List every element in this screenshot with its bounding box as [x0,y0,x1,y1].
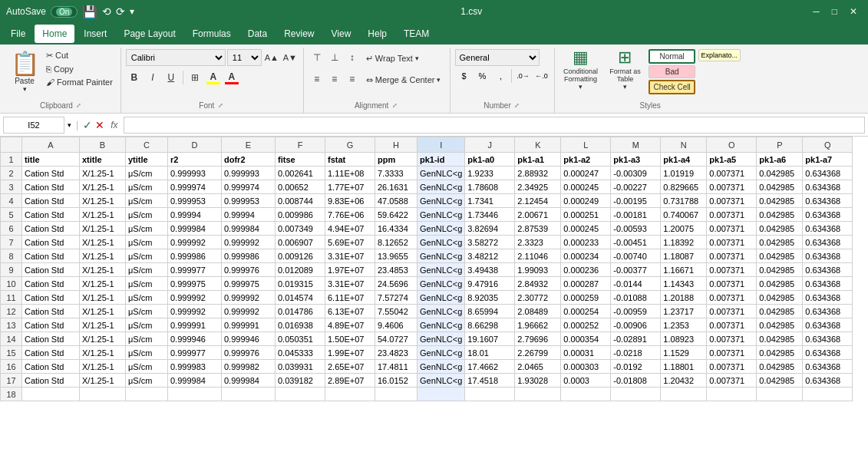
menu-view[interactable]: View [324,25,359,43]
cell-L-9[interactable]: 0.000236 [561,263,611,277]
cell-K-2[interactable]: 2.88932 [515,167,561,180]
cell-E-13[interactable]: 0.999991 [222,318,276,332]
cell-J-6[interactable]: 3.82694 [465,222,515,236]
cell-G-18[interactable] [325,388,375,401]
cell-H-7[interactable]: 8.12652 [375,236,417,249]
menu-formulas[interactable]: Formulas [185,25,239,43]
cell-Q-16[interactable]: 0.634368 [803,360,853,374]
cell-G-8[interactable]: 3.31E+07 [325,249,375,263]
cell-J-12[interactable]: 8.65994 [465,305,515,318]
italic-button[interactable]: I [144,69,161,86]
cell-Q-14[interactable]: 0.634368 [803,332,853,346]
cell-I-13[interactable]: GenNLC<g [417,318,465,332]
cell-O-13[interactable]: 0.007371 [707,318,757,332]
cell-M-6[interactable]: -0.00593 [611,222,661,236]
cell-I-8[interactable]: GenNLC<g [417,249,465,263]
cell-J-3[interactable]: 1.78608 [465,180,515,194]
cell-D-8[interactable]: 0.999986 [168,249,222,263]
cell-M-16[interactable]: -0.0192 [611,360,661,374]
cell-G-10[interactable]: 3.31E+07 [325,277,375,291]
cancel-icon[interactable]: ✕ [95,119,104,131]
cell-A-9[interactable]: Cation Std [22,263,80,277]
row-header-15[interactable]: 15 [1,346,22,360]
cell-P-1[interactable]: pk1-a6 [757,153,803,167]
cell-C-18[interactable] [126,388,168,401]
cell-G-11[interactable]: 6.11E+07 [325,291,375,305]
cell-K-17[interactable]: 1.93028 [515,374,561,388]
cell-J-2[interactable]: 1.9233 [465,167,515,180]
cell-K-8[interactable]: 2.11046 [515,249,561,263]
cell-I-7[interactable]: GenNLC<g [417,236,465,249]
cell-E-12[interactable]: 0.999992 [222,305,276,318]
cell-B-18[interactable] [80,388,126,401]
cell-P-7[interactable]: 0.042985 [757,236,803,249]
cell-M-1[interactable]: pk1-a3 [611,153,661,167]
cell-J-10[interactable]: 9.47916 [465,277,515,291]
cell-D-7[interactable]: 0.999992 [168,236,222,249]
cell-M-7[interactable]: -0.00451 [611,236,661,249]
cell-C-2[interactable]: μS/cm [126,167,168,180]
col-header-I[interactable]: I [417,137,465,153]
cell-N-12[interactable]: 1.23717 [661,305,707,318]
align-center-btn[interactable]: ≡ [326,71,343,87]
cell-J-1[interactable]: pk1-a0 [465,153,515,167]
cell-O-6[interactable]: 0.007371 [707,222,757,236]
cell-A-10[interactable]: Cation Std [22,277,80,291]
row-header-6[interactable]: 6 [1,222,22,236]
cell-A-1[interactable]: title [22,153,80,167]
cut-button[interactable]: ✂ Cut [43,49,116,62]
cell-C-8[interactable]: μS/cm [126,249,168,263]
cell-C-3[interactable]: μS/cm [126,180,168,194]
cell-B-14[interactable]: X/1.25-1 [80,332,126,346]
menu-insert[interactable]: Insert [76,25,114,43]
cell-N-4[interactable]: 0.731788 [661,194,707,208]
cell-P-18[interactable] [757,388,803,401]
dec-decrease-btn[interactable]: ←.0 [533,68,550,84]
customize-icon[interactable]: ▾ [130,6,134,17]
cell-A-6[interactable]: Cation Std [22,222,80,236]
font-expand-icon[interactable]: ⤢ [216,101,225,110]
cell-M-17[interactable]: -0.01808 [611,374,661,388]
cell-F-3[interactable]: 0.00652 [276,180,325,194]
row-header-5[interactable]: 5 [1,208,22,222]
cell-Q-6[interactable]: 0.634368 [803,222,853,236]
col-header-G[interactable]: G [325,137,375,153]
cell-Q-11[interactable]: 0.634368 [803,291,853,305]
cell-B-8[interactable]: X/1.25-1 [80,249,126,263]
cell-O-15[interactable]: 0.007371 [707,346,757,360]
cell-F-18[interactable] [276,388,325,401]
alignment-expand-icon[interactable]: ⤢ [390,101,399,110]
cell-D-11[interactable]: 0.999992 [168,291,222,305]
row-header-3[interactable]: 3 [1,180,22,194]
cell-N-1[interactable]: pk1-a4 [661,153,707,167]
cell-Q-17[interactable]: 0.634368 [803,374,853,388]
cell-N-11[interactable]: 1.20188 [661,291,707,305]
cell-P-14[interactable]: 0.042985 [757,332,803,346]
cell-H-14[interactable]: 54.0727 [375,332,417,346]
clipboard-expand-icon[interactable]: ⤢ [74,101,84,110]
row-header-9[interactable]: 9 [1,263,22,277]
cell-reference-input[interactable] [3,117,64,134]
cell-H-3[interactable]: 26.1631 [375,180,417,194]
cell-M-14[interactable]: -0.02891 [611,332,661,346]
cell-M-18[interactable] [611,388,661,401]
row-header-13[interactable]: 13 [1,318,22,332]
cell-A-17[interactable]: Cation Std [22,374,80,388]
cell-P-6[interactable]: 0.042985 [757,222,803,236]
cell-L-17[interactable]: 0.0003 [561,374,611,388]
cell-B-6[interactable]: X/1.25-1 [80,222,126,236]
cell-O-14[interactable]: 0.007371 [707,332,757,346]
cell-H-16[interactable]: 17.4811 [375,360,417,374]
merge-center-button[interactable]: ⇔ Merge & Center ▾ [361,71,446,89]
cell-O-17[interactable]: 0.007371 [707,374,757,388]
cell-I-11[interactable]: GenNLC<g [417,291,465,305]
cell-I-18[interactable] [417,388,465,401]
font-name-select[interactable]: Calibri [126,49,226,66]
row-header-17[interactable]: 17 [1,374,22,388]
cell-F-4[interactable]: 0.008744 [276,194,325,208]
col-header-H[interactable]: H [375,137,417,153]
cell-B-3[interactable]: X/1.25-1 [80,180,126,194]
row-header-12[interactable]: 12 [1,305,22,318]
menu-team[interactable]: TEAM [396,25,437,43]
bad-style-button[interactable]: Bad [649,65,695,78]
